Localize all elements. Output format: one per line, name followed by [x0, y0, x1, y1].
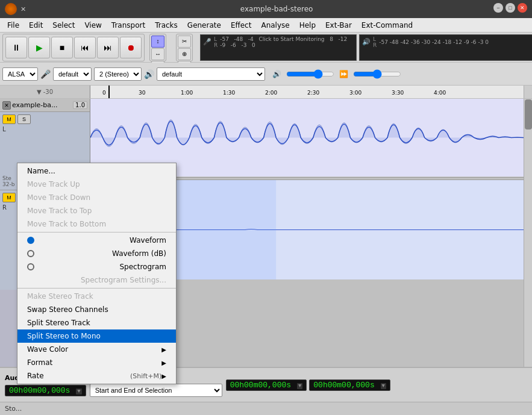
menu-generate[interactable]: Generate — [183, 20, 226, 31]
input-meter: 🎤 LR -57 -48 -4 Click to Start Monitorin… — [200, 34, 357, 61]
status-bar: Sto... — [0, 402, 532, 415]
ctx-wave-color[interactable]: Wave Color ▶ — [17, 343, 176, 356]
volume-slider[interactable] — [286, 69, 334, 79]
tick-230: 2:30 — [307, 90, 319, 96]
solo-button-top[interactable]: S — [17, 114, 31, 124]
copy-button[interactable]: ⊕ — [178, 48, 191, 60]
ctx-swap-stereo[interactable]: Swap Stereo Channels — [17, 303, 176, 316]
skip-fwd-button[interactable]: ⏭ — [97, 37, 119, 58]
menu-extcommand[interactable]: Ext-Command — [357, 20, 418, 31]
menu-transport[interactable]: Transport — [107, 20, 150, 31]
audio-position-time: 00h00m00,000s — [9, 386, 70, 395]
ctx-rate-label: Rate — [27, 372, 44, 380]
ruler-row: ▼ -30 0 30 1:00 1:30 2:00 2:30 3:00 3:30… — [0, 86, 532, 99]
speed-slider[interactable] — [353, 69, 401, 79]
tracks-vscrollbar[interactable] — [524, 99, 532, 367]
selection-times-section: 00h00m00,000s ▼ 00h00m00,000s ▼ — [226, 379, 390, 391]
volume-icon: 🔊 — [272, 70, 281, 78]
speaker-icon[interactable]: 🔊 — [362, 38, 371, 46]
api-selector[interactable]: ALSA — [2, 67, 38, 81]
ctx-name[interactable]: Name... — [17, 164, 176, 178]
tick-400: 4:00 — [434, 90, 446, 96]
rate-arrow-icon: ▶ — [161, 373, 166, 379]
play-button[interactable]: ▶ — [28, 37, 50, 58]
ruler-scale: 0 30 1:00 1:30 2:00 2:30 3:00 3:30 4:00 — [90, 86, 524, 98]
ctx-name-label: Name... — [27, 167, 55, 175]
menu-extbar[interactable]: Ext-Bar — [321, 20, 357, 31]
vscroll-thumb[interactable] — [525, 99, 532, 129]
left-channel-label: L — [2, 126, 6, 133]
speed-icon: ⏩ — [339, 70, 348, 78]
selection-time-row: 00h00m00,000s ▼ 00h00m00,000s ▼ — [226, 379, 390, 391]
envelope-tool[interactable]: ↔ — [151, 48, 164, 60]
ctx-move-top-label: Move Track to Top — [27, 207, 92, 215]
window-title: example-bad-stereo — [26, 5, 527, 13]
menu-file[interactable]: File — [2, 20, 24, 31]
menu-view[interactable]: View — [80, 20, 106, 31]
track-format: Ste — [2, 175, 11, 181]
track-title-row: ✕ example-ba... 1.0 — [0, 99, 90, 112]
output-device-selector[interactable]: default — [157, 67, 265, 81]
selection-start-display: 00h00m00,000s ▼ — [226, 379, 307, 391]
ctx-make-stereo: Make Stereo Track — [17, 290, 176, 303]
track-name[interactable]: example-ba... — [12, 101, 73, 109]
close-button[interactable]: ✕ — [518, 3, 527, 13]
extra-icon: ✕ — [20, 5, 26, 13]
ctx-make-stereo-label: Make Stereo Track — [27, 292, 93, 301]
ctx-swap-stereo-label: Swap Stereo Channels — [27, 305, 108, 314]
ctx-move-up: Move Track Up — [17, 178, 176, 191]
sel-end-down-arrow[interactable]: ▼ — [381, 383, 386, 389]
selection-tool[interactable]: ↕ — [151, 36, 164, 48]
menu-help[interactable]: Help — [295, 20, 321, 31]
track-close-button[interactable]: ✕ — [2, 101, 11, 110]
menu-edit[interactable]: Edit — [24, 20, 48, 31]
ctx-move-down: Move Track Down — [17, 191, 176, 204]
selection-mode-selector[interactable]: Start and End of Selection Start and Len… — [90, 384, 222, 397]
ctx-wave-color-label: Wave Color — [27, 345, 68, 354]
ctx-format[interactable]: Format ▶ — [17, 356, 176, 369]
ctx-rate[interactable]: Rate (Shift+M) ▶ — [17, 369, 176, 382]
menu-effect[interactable]: Effect — [226, 20, 257, 31]
right-channel-label: R — [2, 204, 7, 211]
record-button[interactable]: ⏺ — [120, 37, 142, 58]
mute-button-top[interactable]: M — [2, 114, 16, 124]
mute-button-bottom[interactable]: M — [2, 193, 16, 202]
menu-tracks[interactable]: Tracks — [150, 20, 183, 31]
tick-130: 1:30 — [223, 90, 235, 96]
selection-start-time: 00h00m00,000s — [230, 381, 291, 390]
track-version: 1.0 — [73, 101, 87, 109]
cut-button[interactable]: ✂ — [178, 36, 191, 48]
pause-button[interactable]: ⏸ — [5, 37, 27, 58]
channel-selector[interactable]: 2 (Stereo) — [94, 67, 142, 81]
ctx-split-stereo-label: Split Stereo Track — [27, 319, 90, 327]
selection-end-display: 00h00m00,000s ▼ — [309, 379, 390, 391]
tick-0: 0 — [102, 90, 106, 96]
titlebar: ✕ example-bad-stereo − □ ✕ — [0, 0, 532, 18]
ctx-spec-settings-label: Spectrogram Settings... — [81, 276, 166, 284]
ctx-waveform[interactable]: Waveform — [17, 234, 176, 247]
input-device-selector[interactable]: default — [53, 67, 92, 81]
minimize-button[interactable]: − — [493, 3, 503, 13]
menu-analyse[interactable]: Analyse — [256, 20, 294, 31]
app-window: ✕ example-bad-stereo − □ ✕ File Edit Sel… — [0, 0, 532, 415]
mic-icon[interactable]: 🎤 — [203, 38, 211, 46]
sel-start-down-arrow[interactable]: ▼ — [297, 383, 302, 389]
stop-button[interactable]: ■ — [51, 37, 73, 58]
ctx-split-stereo[interactable]: Split Stereo Track — [17, 316, 176, 329]
volume-area: 🔊 ⏩ — [272, 69, 401, 79]
skip-back-button[interactable]: ⏮ — [74, 37, 96, 58]
speaker-toggle-icon[interactable]: 🔊 — [144, 69, 154, 79]
audio-position-down-arrow[interactable]: ▼ — [76, 388, 81, 395]
ctx-waveform-db[interactable]: Waveform (dB) — [17, 247, 176, 260]
tick-300: 3:00 — [349, 90, 361, 96]
sep1 — [17, 232, 176, 232]
tool-palette: ↕ ↔ ✎ ▶ → ✳ — [149, 34, 166, 61]
mic-toggle-icon[interactable]: 🎤 — [40, 69, 51, 79]
ctx-move-up-label: Move Track Up — [27, 180, 80, 189]
maximize-button[interactable]: □ — [505, 3, 515, 13]
menu-select[interactable]: Select — [48, 20, 80, 31]
ctx-spectrogram[interactable]: Spectrogram — [17, 260, 176, 273]
ctx-split-mono[interactable]: Split Stereo to Mono — [17, 329, 176, 343]
ctx-spectrogram-label: Spectrogram — [119, 263, 166, 271]
ctx-move-bottom-label: Move Track to Bottom — [27, 220, 106, 228]
